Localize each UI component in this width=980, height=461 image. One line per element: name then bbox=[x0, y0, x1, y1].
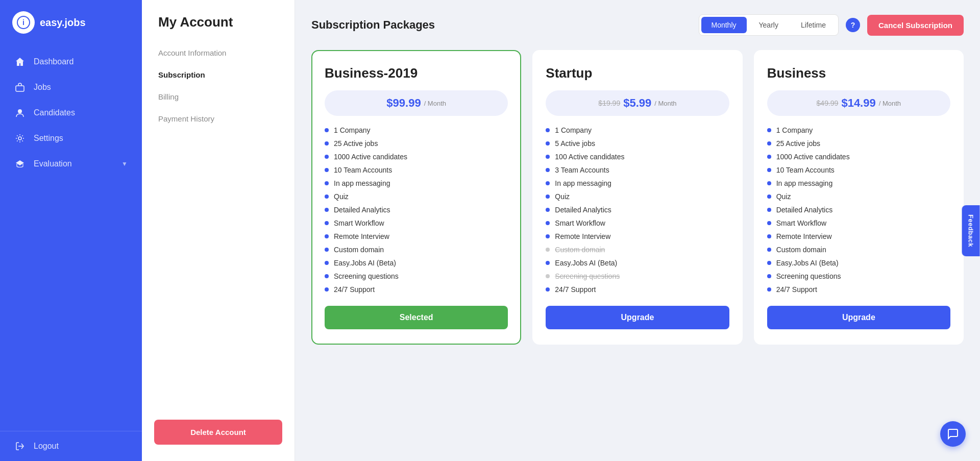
feature-dot bbox=[325, 195, 329, 199]
feature-dot bbox=[325, 261, 329, 265]
feature-dot bbox=[325, 181, 329, 185]
plan-feature: 1000 Active candidates bbox=[325, 153, 508, 161]
subscription-title: Subscription Packages bbox=[311, 18, 435, 32]
feedback-tab[interactable]: Feedback bbox=[962, 205, 980, 256]
plan-feature: Screening questions bbox=[767, 272, 950, 280]
feature-text: Screening questions bbox=[776, 272, 841, 280]
plan-price-box: $19.99 $5.99 / Month bbox=[546, 90, 729, 116]
chevron-down-icon: ▼ bbox=[121, 160, 128, 167]
plan-action-button[interactable]: Upgrade bbox=[767, 306, 950, 329]
logo-icon: i bbox=[12, 11, 35, 34]
plan-card-business: Business $49.99 $14.99 / Month 1 Company… bbox=[754, 50, 964, 345]
plan-features: 1 Company 25 Active jobs 1000 Active can… bbox=[767, 126, 950, 294]
plan-feature: Custom domain bbox=[767, 246, 950, 254]
delete-account-button[interactable]: Delete Account bbox=[154, 420, 282, 445]
subscription-header: Subscription Packages Monthly Yearly Lif… bbox=[311, 14, 964, 36]
feature-dot bbox=[767, 168, 771, 172]
feature-dot bbox=[767, 221, 771, 225]
plan-feature: 25 Active jobs bbox=[325, 139, 508, 148]
sidebar-item-evaluation[interactable]: Evaluation ▼ bbox=[0, 151, 142, 177]
feature-text: In app messaging bbox=[776, 179, 833, 187]
toggle-monthly[interactable]: Monthly bbox=[701, 17, 747, 33]
feature-dot bbox=[546, 221, 550, 225]
feature-dot bbox=[767, 248, 771, 252]
feature-dot bbox=[546, 234, 550, 238]
feature-text: Custom domain bbox=[555, 246, 605, 254]
plan-card-startup: Startup $19.99 $5.99 / Month 1 Company 5… bbox=[532, 50, 742, 345]
plan-price-box: $99.99 / Month bbox=[325, 90, 508, 116]
sidebar-item-dashboard[interactable]: Dashboard bbox=[0, 49, 142, 75]
account-menu-item-account-info[interactable]: Account Information bbox=[150, 42, 286, 63]
plan-feature: Custom domain bbox=[325, 246, 508, 254]
plan-feature: Smart Workflow bbox=[546, 219, 729, 227]
svg-text:i: i bbox=[22, 18, 24, 27]
feature-dot bbox=[325, 234, 329, 238]
sidebar-item-candidates[interactable]: Candidates bbox=[0, 100, 142, 126]
plan-feature: Quiz bbox=[546, 192, 729, 201]
feature-text: 5 Active jobs bbox=[555, 139, 595, 148]
account-menu-item-billing[interactable]: Billing bbox=[150, 86, 286, 107]
feature-dot bbox=[546, 155, 550, 159]
graduation-icon bbox=[14, 158, 26, 169]
feature-text: 1 Company bbox=[555, 126, 592, 134]
briefcase-icon bbox=[14, 82, 26, 93]
plan-action-button[interactable]: Selected bbox=[325, 306, 508, 329]
logo[interactable]: i easy.jobs bbox=[0, 0, 142, 45]
feature-dot bbox=[325, 208, 329, 212]
plan-feature: Remote Interview bbox=[546, 232, 729, 240]
feature-text: In app messaging bbox=[555, 179, 611, 187]
chat-bubble[interactable] bbox=[940, 421, 966, 447]
feature-text: 100 Active candidates bbox=[555, 153, 624, 161]
logout-icon bbox=[14, 441, 26, 452]
feature-text: Remote Interview bbox=[334, 232, 389, 240]
feature-text: 25 Active jobs bbox=[776, 139, 820, 148]
toggle-yearly[interactable]: Yearly bbox=[749, 17, 789, 33]
feature-text: Custom domain bbox=[334, 246, 384, 254]
plan-feature: In app messaging bbox=[546, 179, 729, 187]
left-panel: My Account Account Information Subscript… bbox=[142, 0, 295, 461]
sidebar-item-settings[interactable]: Settings bbox=[0, 126, 142, 151]
feature-text: Smart Workflow bbox=[555, 219, 605, 227]
account-menu-item-subscription[interactable]: Subscription bbox=[150, 64, 286, 85]
feature-dot bbox=[546, 181, 550, 185]
feature-dot bbox=[325, 155, 329, 159]
sidebar-item-label-evaluation: Evaluation bbox=[34, 159, 113, 168]
feature-text: 1 Company bbox=[334, 126, 371, 134]
feature-text: Easy.Jobs AI (Beta) bbox=[555, 259, 617, 267]
logo-text: easy.jobs bbox=[40, 17, 86, 29]
plan-price-box: $49.99 $14.99 / Month bbox=[767, 90, 950, 116]
plan-feature: Easy.Jobs AI (Beta) bbox=[546, 259, 729, 267]
plan-feature: 1 Company bbox=[325, 126, 508, 134]
plan-feature: 10 Team Accounts bbox=[767, 166, 950, 174]
feature-text: Detailed Analytics bbox=[334, 206, 390, 214]
help-icon[interactable]: ? bbox=[846, 18, 860, 32]
sidebar-item-jobs[interactable]: Jobs bbox=[0, 75, 142, 100]
feature-dot bbox=[767, 261, 771, 265]
toggle-lifetime[interactable]: Lifetime bbox=[791, 17, 836, 33]
feature-dot bbox=[767, 208, 771, 212]
feature-text: In app messaging bbox=[334, 179, 390, 187]
sidebar-item-label-dashboard: Dashboard bbox=[34, 57, 128, 66]
main-content: My Account Account Information Subscript… bbox=[142, 0, 980, 461]
right-panel: Subscription Packages Monthly Yearly Lif… bbox=[295, 0, 980, 461]
feature-dot bbox=[325, 141, 329, 145]
sidebar-item-label-settings: Settings bbox=[34, 134, 128, 143]
feature-dot bbox=[546, 128, 550, 132]
plan-feature: 100 Active candidates bbox=[546, 153, 729, 161]
plan-feature: In app messaging bbox=[767, 179, 950, 187]
plan-feature: Remote Interview bbox=[767, 232, 950, 240]
plan-feature: 25 Active jobs bbox=[767, 139, 950, 148]
account-menu-item-payment-history[interactable]: Payment History bbox=[150, 108, 286, 129]
feature-dot bbox=[546, 287, 550, 292]
plan-name: Business bbox=[767, 65, 950, 81]
feature-text: Easy.Jobs AI (Beta) bbox=[334, 259, 396, 267]
feature-dot bbox=[325, 287, 329, 292]
feature-dot bbox=[767, 274, 771, 278]
plan-features: 1 Company 25 Active jobs 1000 Active can… bbox=[325, 126, 508, 294]
logout-button[interactable]: Logout bbox=[0, 431, 142, 461]
cancel-subscription-button[interactable]: Cancel Subscription bbox=[867, 15, 964, 36]
feature-text: 10 Team Accounts bbox=[776, 166, 835, 174]
feature-dot bbox=[325, 248, 329, 252]
plan-action-button[interactable]: Upgrade bbox=[546, 306, 729, 329]
svg-rect-2 bbox=[16, 86, 24, 91]
